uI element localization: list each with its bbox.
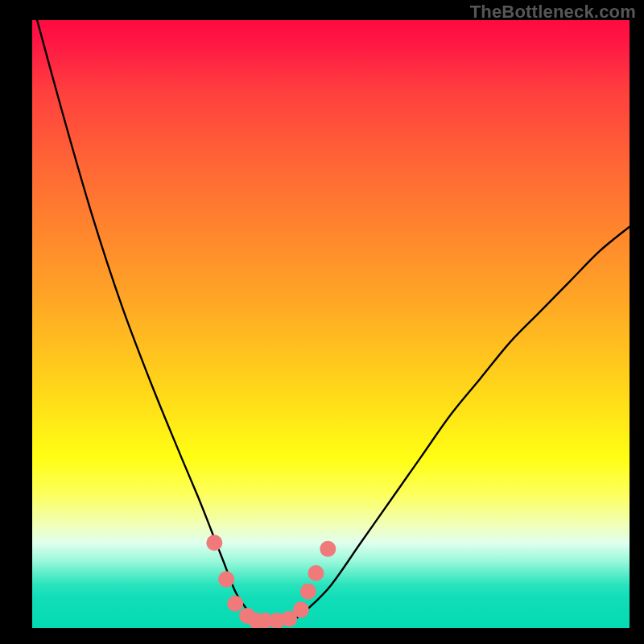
highlight-dot [218, 572, 234, 588]
highlight-dot [293, 601, 309, 617]
highlight-dot [300, 584, 316, 600]
curve-svg [32, 20, 630, 628]
chart-frame: TheBottleneck.com [0, 0, 644, 644]
highlight-dots [206, 535, 336, 628]
watermark-text: TheBottleneck.com [470, 2, 636, 23]
highlight-dot [227, 596, 243, 612]
bottleneck-curve [32, 20, 630, 622]
highlight-dot [320, 541, 336, 557]
highlight-dot [206, 535, 222, 551]
highlight-dot [308, 565, 324, 581]
plot-area [32, 20, 630, 628]
